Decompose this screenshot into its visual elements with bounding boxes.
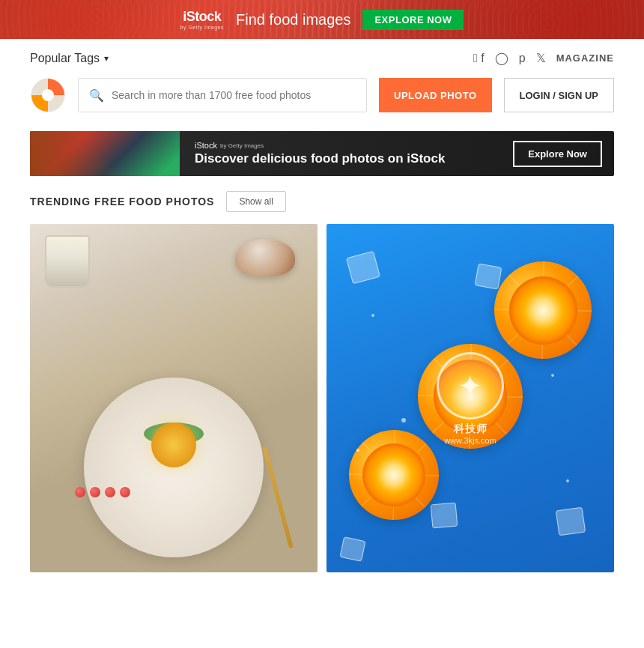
istock-logo-small: iStock — [195, 141, 217, 150]
istock-banner-tagline: Discover delicious food photos on iStock — [195, 151, 498, 166]
twitter-icon[interactable]: 𝕏 — [536, 51, 546, 65]
upload-photo-button[interactable]: UPLOAD PHOTO — [379, 78, 492, 112]
magazine-link[interactable]: MAGAZINE — [556, 52, 614, 64]
orange-1 — [494, 261, 592, 359]
photo-card-eggs-toast[interactable] — [30, 224, 318, 572]
tomato-2 — [90, 487, 100, 497]
istock-banner-text: iStock by Getty Images Discover deliciou… — [180, 141, 513, 166]
ice-cube-1 — [346, 251, 380, 285]
water-drop-4 — [566, 479, 569, 482]
svg-point-1 — [42, 89, 54, 101]
istock-logo-sub: by Getty Images — [180, 25, 224, 30]
banner-tagline: Find food images — [236, 11, 350, 28]
ice-cube-4 — [339, 536, 365, 562]
show-all-button[interactable]: Show all — [226, 191, 285, 212]
top-banner: iStock by Getty Images Find food images … — [0, 0, 644, 39]
orange-2-segments — [418, 344, 523, 449]
tomato-3 — [105, 487, 115, 497]
istock-promo-banner: iStock by Getty Images Discover deliciou… — [30, 131, 614, 176]
istock-logo: iStock by Getty Images — [180, 9, 224, 30]
site-logo — [30, 77, 66, 113]
water-drop-3 — [356, 449, 359, 452]
ice-cube-2 — [475, 263, 502, 289]
orange-3-segments — [349, 430, 439, 520]
istock-banner-logo: iStock by Getty Images — [195, 141, 498, 150]
login-signup-button[interactable]: LOGIN / SIGN UP — [504, 78, 614, 112]
facebook-icon[interactable]:  f — [473, 52, 484, 65]
nav-area: Popular Tags ▾  f ◯ p 𝕏 MAGAZINE — [0, 39, 644, 77]
photo-food-1-bg — [30, 224, 318, 572]
photo-card-oranges[interactable]: ✦ 科技师 www.3kjs.com — [326, 224, 614, 572]
trending-title: TRENDING FREE FOOD PHOTOS — [30, 196, 214, 208]
istock-logo-text: iStock — [183, 9, 221, 25]
water-drop-2 — [551, 374, 554, 377]
orange-3 — [349, 430, 439, 520]
tomato-1 — [75, 487, 85, 497]
tea-cup — [45, 235, 90, 288]
tomato-4 — [120, 487, 130, 497]
photo-food-2-bg: ✦ 科技师 www.3kjs.com — [326, 224, 614, 572]
orange-1-segments — [494, 261, 592, 359]
water-drop-5 — [401, 418, 406, 423]
istock-banner-image — [30, 131, 180, 176]
chevron-down-icon: ▾ — [104, 53, 109, 64]
popular-tags-dropdown[interactable]: Popular Tags ▾ — [30, 52, 109, 65]
banner-content: iStock by Getty Images Find food images … — [180, 9, 464, 30]
fork — [262, 446, 294, 549]
cherry-tomatoes — [75, 487, 130, 497]
pinterest-icon[interactable]: p — [519, 52, 526, 65]
banner-cta-button[interactable]: Explore Now — [362, 10, 464, 30]
search-input[interactable] — [112, 89, 356, 101]
search-icon: 🔍 — [89, 88, 104, 103]
popular-tags-label: Popular Tags — [30, 52, 100, 65]
istock-explore-button[interactable]: Explore Now — [513, 141, 602, 167]
greens-garnish — [144, 423, 204, 445]
trending-header: TRENDING FREE FOOD PHOTOS Show all — [30, 191, 614, 212]
istock-logo-small-sub: by Getty Images — [220, 142, 264, 149]
instagram-icon[interactable]: ◯ — [495, 51, 508, 65]
ice-cube-5 — [431, 503, 458, 529]
ice-cube-3 — [556, 507, 586, 536]
trending-section: TRENDING FREE FOOD PHOTOS Show all — [0, 191, 644, 572]
photo-grid: ✦ 科技师 www.3kjs.com — [30, 224, 614, 572]
social-links:  f ◯ p 𝕏 MAGAZINE — [473, 51, 614, 65]
sauce-bowl — [235, 239, 295, 276]
search-bar: 🔍 — [78, 78, 367, 112]
orange-2 — [418, 344, 523, 449]
header: 🔍 UPLOAD PHOTO LOGIN / SIGN UP — [0, 77, 644, 131]
water-drop-1 — [371, 314, 374, 317]
